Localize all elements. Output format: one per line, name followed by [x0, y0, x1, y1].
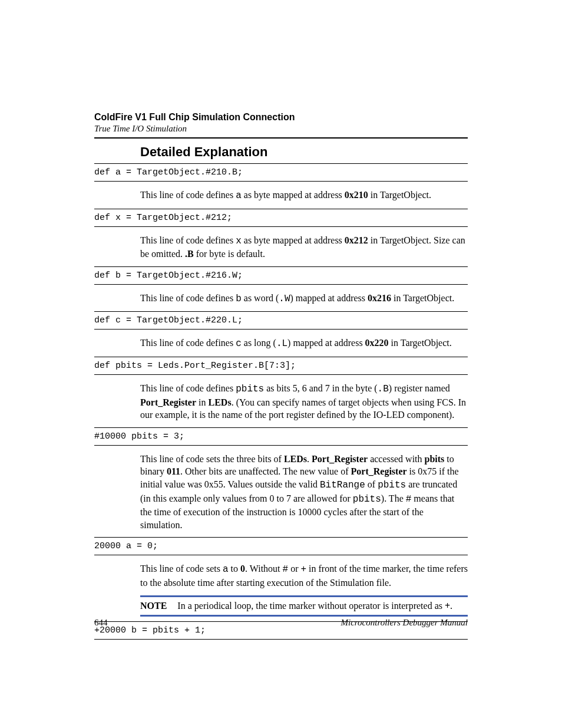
note-bottom-bar	[140, 615, 468, 617]
section-subtitle: True Time I/O Stimulation	[94, 124, 468, 134]
explanation-text: This line of code defines a as byte mapp…	[140, 189, 468, 203]
explanation-text: This line of code defines x as byte mapp…	[140, 234, 468, 261]
explanation-text: This line of code sets the three bits of…	[140, 453, 468, 532]
page: ColdFire V1 Full Chip Simulation Connect…	[0, 0, 562, 728]
page-footer: 644 Microcontrollers Debugger Manual	[94, 618, 468, 628]
code-block: #10000 pbits = 3;	[94, 427, 468, 446]
code-block: def x = TargetObject.#212;	[94, 209, 468, 227]
note-box: NOTE In a periodical loop, the time mark…	[140, 595, 468, 617]
explanation-text: This line of code defines b as word (.W)…	[140, 292, 468, 306]
manual-title: Microcontrollers Debugger Manual	[340, 618, 468, 628]
code-block: 20000 a = 0;	[94, 537, 468, 555]
explanation-text: This line of code sets a to 0. Without #…	[140, 562, 468, 589]
content-blocks: def a = TargetObject.#210.B;This line of…	[94, 163, 468, 589]
note-text: In a periodical loop, the time marker wi…	[177, 601, 452, 611]
explanation-text: This line of code defines pbits as bits …	[140, 382, 468, 421]
running-header: ColdFire V1 Full Chip Simulation Connect…	[94, 112, 468, 139]
chapter-title: ColdFire V1 Full Chip Simulation Connect…	[94, 112, 468, 123]
code-block: def b = TargetObject.#216.W;	[94, 266, 468, 285]
code-block: def c = TargetObject.#220.L;	[94, 311, 468, 330]
note-label: NOTE	[140, 601, 167, 611]
explanation-text: This line of code defines c as long (.L)…	[140, 337, 468, 351]
header-rule	[94, 137, 468, 139]
code-block: def a = TargetObject.#210.B;	[94, 163, 468, 182]
code-block: def pbits = Leds.Port_Register.B[7:3];	[94, 357, 468, 375]
section-heading: Detailed Explanation	[140, 144, 468, 160]
page-number: 644	[94, 618, 108, 628]
